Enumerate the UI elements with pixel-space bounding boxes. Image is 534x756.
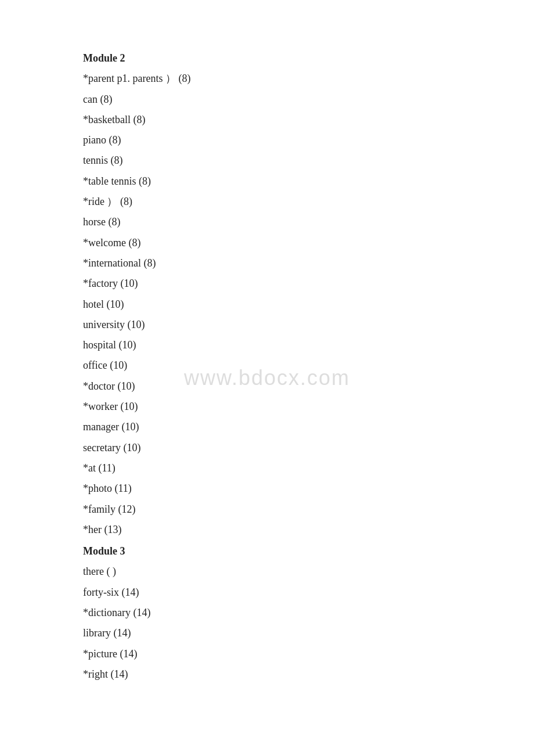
list-item-worker: *worker (10) (83, 397, 534, 416)
list-item-parent: *parent p1. parents ） (8) (83, 69, 534, 88)
module-heading-module3-heading: Module 3 (83, 542, 534, 561)
list-item-her: *her (13) (83, 520, 534, 539)
list-item-photo: *photo (11) (83, 479, 534, 498)
list-item-factory: *factory (10) (83, 274, 534, 293)
list-item-international: *international (8) (83, 254, 534, 273)
list-item-library: library (14) (83, 624, 534, 643)
list-item-hotel: hotel (10) (83, 295, 534, 314)
list-item-manager: manager (10) (83, 417, 534, 437)
list-item-hospital: hospital (10) (83, 336, 534, 355)
list-item-there: there ( ) (83, 562, 534, 581)
list-item-piano: piano (8) (83, 131, 534, 150)
list-item-picture: *picture (14) (83, 645, 534, 664)
list-item-dictionary: *dictionary (14) (83, 603, 534, 622)
list-item-right: *right (14) (83, 665, 534, 684)
list-item-can: can (8) (83, 90, 534, 109)
list-item-office: office (10) (83, 356, 534, 375)
list-item-horse: horse (8) (83, 213, 534, 232)
list-item-forty-six: forty-six (14) (83, 583, 534, 602)
list-item-ride: *ride ） (8) (83, 192, 534, 211)
module-heading-module2-heading: Module 2 (83, 49, 534, 68)
list-item-doctor: *doctor (10) (83, 377, 534, 396)
list-item-table-tennis: *table tennis (8) (83, 172, 534, 191)
list-item-secretary: secretary (10) (83, 438, 534, 458)
content-container: Module 2*parent p1. parents ） (8)can (8)… (83, 49, 534, 684)
list-item-welcome: *welcome (8) (83, 233, 534, 253)
list-item-basketball: *basketball (8) (83, 110, 534, 129)
list-item-at: *at (11) (83, 459, 534, 478)
list-item-tennis: tennis (8) (83, 151, 534, 170)
list-item-university: university (10) (83, 315, 534, 334)
list-item-family: *family (12) (83, 500, 534, 519)
